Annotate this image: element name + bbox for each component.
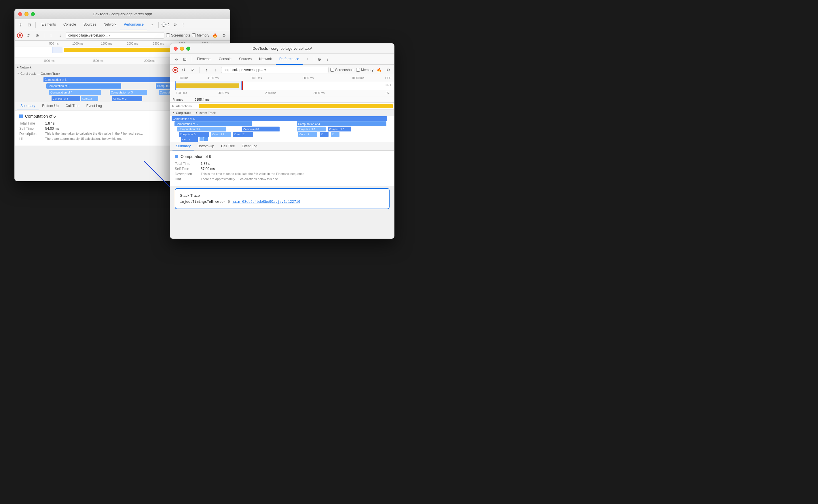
record-button-1[interactable] <box>17 33 23 38</box>
download-icon-2[interactable]: ↓ <box>212 66 220 74</box>
tab-network-2[interactable]: Network <box>256 54 275 65</box>
flame-r5-1-2[interactable]: Co... 2 <box>181 137 198 142</box>
window-title-1: DevTools - corgi-collage.vercel.app/ <box>93 12 152 16</box>
layout-icon[interactable]: ⊡ <box>26 21 33 28</box>
tab-console-1[interactable]: Console <box>60 19 79 30</box>
tab-summary-2[interactable]: Summary <box>172 142 194 150</box>
flame-comp6-2[interactable]: Computation of 6 <box>171 116 387 121</box>
flame-row-2-2: Computation of 5 Computation of 4 <box>170 121 394 126</box>
memory-checkbox-2[interactable]: Memory <box>356 68 373 72</box>
triangle-icon-1: ▶ <box>17 66 19 68</box>
tab-calltree-1[interactable]: Call Tree <box>62 102 83 110</box>
flame-comp5-1[interactable]: Computation of 5 <box>46 83 121 89</box>
tab-eventlog-2[interactable]: Event Log <box>239 142 261 150</box>
flame-comp2-m-1[interactable]: Comp...of 2 <box>112 96 142 101</box>
refresh-icon-1[interactable]: ↺ <box>24 32 32 39</box>
self-time-row-2: Self Time 57.00 ms <box>175 167 390 171</box>
flame-comp3-r1-2[interactable]: Computan of 3 <box>297 127 326 132</box>
tab-console-2[interactable]: Console <box>216 54 235 65</box>
flame-comp3-r2-2[interactable]: Compu...of 2 <box>328 127 351 132</box>
tab-eventlog-1[interactable]: Event Log <box>83 102 105 110</box>
clear-icon-2[interactable]: ⊘ <box>189 66 196 74</box>
tab-network-1[interactable]: Network <box>100 19 120 30</box>
flame-icon-1[interactable]: 🔥 <box>211 32 219 39</box>
close-button-1[interactable] <box>18 12 22 16</box>
more-icon-2[interactable]: ⋮ <box>324 56 331 63</box>
upload-icon-1[interactable]: ↑ <box>47 32 55 39</box>
gear-icon-2[interactable]: ⚙ <box>384 66 392 74</box>
dropdown-icon-1: ▾ <box>109 33 110 37</box>
stack-trace-link[interactable]: main.63cb5c4bde8be90a.js:1:122716 <box>232 200 300 204</box>
net-label: NET <box>386 84 391 87</box>
stack-trace-box: Stack Trace injectTimingsToBrowser @ mai… <box>175 188 390 209</box>
cursor-icon[interactable]: ⊹ <box>17 21 24 28</box>
minimize-button-1[interactable] <box>24 12 28 16</box>
red-marker-2 <box>242 81 243 90</box>
record-button-2[interactable] <box>172 67 178 73</box>
flame-r4-4-2[interactable]: Com... 2 <box>298 132 317 137</box>
maximize-button-2[interactable] <box>186 47 190 51</box>
tab-sources-2[interactable]: Sources <box>236 54 255 65</box>
gear-icon-1[interactable]: ⚙ <box>220 32 228 39</box>
flame-r4-6-2[interactable]: C... <box>331 132 340 137</box>
tab-bottomup-1[interactable]: Bottom-Up <box>39 102 62 110</box>
maximize-button-1[interactable] <box>31 12 35 16</box>
window-title-2: DevTools - corgi-collage.vercel.app/ <box>253 46 312 51</box>
t2-2500: 2500 ms <box>265 91 276 95</box>
screenshots-checkbox-2[interactable]: Screenshots <box>330 68 354 72</box>
clear-icon-1[interactable]: ⊘ <box>34 32 41 39</box>
tab-performance-1[interactable]: Performance <box>120 19 147 30</box>
flame-comp3-4-1[interactable]: Computn of 3 <box>51 96 80 101</box>
more-icon-1[interactable]: ⋮ <box>179 21 187 28</box>
flame-comp4-2[interactable]: Computation of 4 <box>177 127 226 132</box>
tab-performance-2[interactable]: Performance <box>276 54 303 65</box>
minimize-button-2[interactable] <box>180 47 184 51</box>
layout-icon-2[interactable]: ⊡ <box>181 56 188 63</box>
close-button-2[interactable] <box>173 47 178 51</box>
nav-toolbar-1: ⊹ ⊡ Elements Console Sources Network Per… <box>15 19 230 30</box>
flame-comp5-2[interactable]: Computation of 5 <box>174 121 252 127</box>
flame-comp3-m-1[interactable]: Computation of 3 <box>110 90 147 95</box>
tab-bottomup-2[interactable]: Bottom-Up <box>194 142 218 150</box>
chat-icon-1[interactable]: 💬 2 <box>160 21 171 28</box>
tab-calltree-2[interactable]: Call Tree <box>218 142 239 150</box>
screenshots-checkbox-1[interactable]: Screenshots <box>166 33 190 37</box>
url-bar-1[interactable]: corgi-collage.vercel.app... ▾ <box>66 32 164 39</box>
tab-more-2[interactable]: » <box>303 54 312 65</box>
flame-r4-1-2[interactable]: Computn of 3 <box>179 132 209 137</box>
cursor-icon-2[interactable]: ⊹ <box>172 56 180 63</box>
tick-1500: 1500 ms <box>101 42 112 45</box>
stack-trace-entry: injectTimingsToBrowser @ <box>180 200 232 204</box>
flame-comp3-m-2[interactable]: Computn of 3 <box>242 127 280 132</box>
t2-3000: 3000 ms <box>314 91 325 95</box>
settings-icon-1[interactable]: ⚙ <box>171 21 179 28</box>
tab-elements-1[interactable]: Elements <box>38 19 59 30</box>
nav-tabs-2: Elements Console Sources Network Perform… <box>193 54 392 65</box>
refresh-icon-2[interactable]: ↺ <box>180 66 187 74</box>
settings-icon-2[interactable]: ⚙ <box>316 56 323 63</box>
download-icon-1[interactable]: ↓ <box>56 32 64 39</box>
flame-com2-1[interactable]: Com... 2 <box>81 96 98 101</box>
upload-icon-2[interactable]: ↑ <box>203 66 210 74</box>
memory-checkbox-1[interactable]: Memory <box>192 33 209 37</box>
url-text-1: corgi-collage.vercel.app... <box>68 33 108 37</box>
flame-icon-2[interactable]: 🔥 <box>375 66 383 74</box>
flame-row-3-2: Computation of 4 Computn of 3 Computan o… <box>170 126 394 131</box>
flame-comp4-1[interactable]: Computation of 4 <box>49 90 101 95</box>
flame-row-5-2: Co... 2 <box>170 137 394 142</box>
tab-elements-2[interactable]: Elements <box>193 54 215 65</box>
frames-section-2: Frames 2155.4 ms <box>170 96 394 103</box>
flame-r4-3-2[interactable]: Com...f 2 <box>233 132 253 137</box>
flame-r4-2-2[interactable]: Comp...f 2 <box>211 132 231 137</box>
color-box-1 <box>19 114 23 118</box>
divider-2 <box>191 56 191 62</box>
tab-more-1[interactable]: » <box>148 19 157 30</box>
nav-tabs-1: Elements Console Sources Network Perform… <box>38 19 228 30</box>
flame-r4-5-2[interactable]: C... <box>320 132 329 137</box>
summary-tabs-2: Summary Bottom-Up Call Tree Event Log <box>170 142 394 151</box>
hint-row-2: Hint There are approximately 15 calculat… <box>175 177 390 181</box>
tab-sources-1[interactable]: Sources <box>80 19 100 30</box>
url-bar-2[interactable]: corgi-collage.vercel.app... ▾ <box>221 67 329 73</box>
flame-comp4-r-2[interactable]: Computation of 4 <box>297 121 386 127</box>
tab-summary-1[interactable]: Summary <box>17 102 39 110</box>
